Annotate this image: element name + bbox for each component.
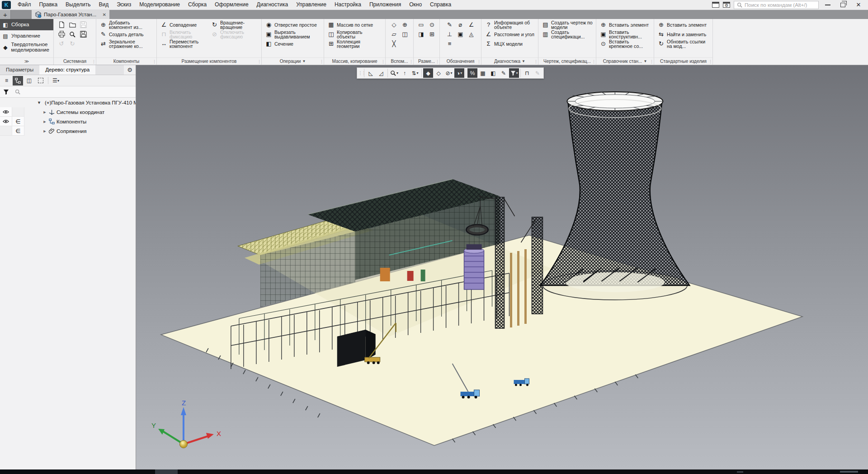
expand-caret-closed[interactable]: ►	[42, 129, 47, 133]
open-document-button[interactable]	[67, 20, 77, 29]
menu-select[interactable]: Выделить	[61, 0, 94, 9]
orientation-up-button[interactable]: ↑	[400, 68, 410, 78]
expand-caret-open[interactable]: ▼	[37, 100, 41, 105]
cut-extrude-button[interactable]: ▣ Вырезать выдавливанием	[264, 29, 321, 39]
menu-assembly[interactable]: Сборка	[184, 0, 211, 9]
panel-gear-icon[interactable]: ⚙	[124, 65, 136, 75]
command-search-input[interactable]	[745, 2, 816, 8]
cooling-tower[interactable]	[540, 92, 689, 300]
mass-properties-button[interactable]: Σ МЦХ модели	[484, 39, 536, 48]
section-view-button[interactable]: ◑▾	[454, 68, 464, 78]
distance-angle-button[interactable]: ∠ Расстояние и угол	[484, 29, 536, 39]
visibility-eye-icon[interactable]	[0, 117, 12, 126]
tree-filter-funnel-icon[interactable]	[0, 89, 12, 95]
create-drawing-button[interactable]: ▤ Создать чертеж по модели	[541, 20, 594, 29]
mode-solid-modeling[interactable]: ◆ Твердотельное моделирование	[0, 42, 53, 53]
section-label-components[interactable]: Компоненты⋮	[96, 57, 156, 65]
menu-settings[interactable]: Настройка	[330, 0, 365, 9]
designation-base-button[interactable]: ▣	[456, 30, 466, 38]
membership-icon[interactable]: ∈	[12, 126, 24, 136]
tree-search-input[interactable]	[23, 89, 136, 95]
menu-modeling[interactable]: Моделирование	[135, 0, 184, 9]
section-label-designations[interactable]: Обозначения⋮	[440, 57, 481, 65]
tab-tree-structure[interactable]: Дерево: структура	[39, 65, 95, 75]
construction-mode-button[interactable]: ⊓	[522, 68, 532, 78]
designation-mark-button[interactable]: ◬	[467, 30, 476, 38]
section-operation-button[interactable]: ◧ Сечение	[264, 39, 321, 48]
menu-diagnostics[interactable]: Диагностика	[253, 0, 292, 9]
tree-composition-button[interactable]: ◫	[24, 76, 34, 85]
3d-scene[interactable]: Z X Y	[136, 65, 868, 469]
find-replace-button[interactable]: ⇆ Найти и заменить	[656, 29, 710, 39]
wireframe-view-button[interactable]: ◇	[434, 68, 443, 78]
window-settings-icon[interactable]	[723, 2, 730, 8]
close-button[interactable]: ✕	[853, 0, 864, 9]
menu-view[interactable]: Вид	[94, 0, 113, 9]
mode-management[interactable]: ▤ Управление	[0, 30, 53, 42]
grid-array-button[interactable]: ▦ Массив по сетке	[326, 20, 383, 29]
copy-objects-button[interactable]: ◫ Копировать объекты	[326, 29, 383, 39]
save-as-button[interactable]	[78, 30, 88, 38]
add-component-button[interactable]: ⊕ Добавить компонент из...	[99, 20, 154, 29]
tree-row-mates[interactable]: ∈ ► Сопряжения	[0, 126, 136, 136]
section-label-operations[interactable]: Операции▼⋮	[262, 57, 324, 65]
section-label-standards-library[interactable]: Справочник стан...▼⋮	[596, 57, 654, 65]
dim-angular-button[interactable]: ◨	[416, 30, 426, 38]
tab-close-icon[interactable]: ✕	[103, 12, 106, 17]
menu-sketch[interactable]: Эскиз	[113, 0, 135, 9]
tree-structure-view-button[interactable]	[13, 76, 23, 85]
menu-edit[interactable]: Правка	[35, 0, 62, 9]
section-label-auxiliary[interactable]: Вспом...⋮	[386, 57, 413, 65]
view-corner-2-button[interactable]: ◿	[376, 68, 386, 78]
aux-plane-offset-button[interactable]: ▱	[389, 30, 399, 38]
section-label-system[interactable]: Системная⋮	[54, 57, 96, 65]
tree-sequence-view-button[interactable]: ≡	[1, 76, 12, 85]
aux-local-cs-button[interactable]: ◫	[400, 30, 410, 38]
model-appearance-button[interactable]: ◧	[488, 68, 498, 78]
restore-button[interactable]	[840, 3, 845, 7]
section-label-diagnostics[interactable]: Диагностика▼⋮	[481, 57, 538, 65]
insert-element-button[interactable]: ⊕ Вставить элемент	[599, 20, 651, 29]
mode-assembly[interactable]: ◧ Сборка	[0, 19, 53, 30]
print-preview-button[interactable]	[67, 30, 77, 38]
section-label-drawing-spec[interactable]: Чертеж, спецификац...⋮	[538, 57, 596, 65]
insert-fastener-button[interactable]: ⊙ Вставить крепежное со...	[599, 39, 651, 48]
taskbar-active-app[interactable]	[155, 469, 178, 474]
minimize-button[interactable]	[825, 5, 830, 5]
aux-spline-button[interactable]: ╳	[389, 39, 399, 48]
insert-constructive-button[interactable]: ▣ Вставить конструктивн...	[599, 29, 651, 39]
designation-leader-button[interactable]: ✎	[445, 20, 455, 29]
designation-diameter-button[interactable]: ⌀	[456, 20, 466, 29]
zoom-button[interactable]: ▾	[389, 68, 399, 78]
section-label-placement[interactable]: Размещение компонентов⋮	[157, 57, 261, 65]
filter-objects-button[interactable]: ▾	[509, 68, 519, 78]
geometry-collection-button[interactable]: ⊞ Коллекция геометрии	[326, 39, 383, 48]
coincidence-button[interactable]: ∠ Совпадение	[159, 20, 209, 29]
designation-angle-button[interactable]: ∠	[467, 20, 476, 29]
menu-applications[interactable]: Приложения	[365, 0, 405, 9]
menu-management[interactable]: Управление	[292, 0, 330, 9]
print-button[interactable]	[57, 30, 66, 38]
tree-row-coordinate-systems[interactable]: ► Системы координат	[0, 107, 136, 117]
designation-roughness-button[interactable]: ≡	[445, 39, 455, 48]
new-document-button[interactable]	[57, 20, 66, 29]
menu-file[interactable]: Файл	[14, 0, 35, 9]
tree-filters-button[interactable]: ☰ ▾	[51, 76, 61, 85]
ribbon-collapse-chevron[interactable]: ≫	[0, 57, 53, 65]
grid-display-button[interactable]: ▦	[478, 68, 488, 78]
move-component-button[interactable]: ↔ Переместить компонент	[159, 39, 209, 48]
dim-table-button[interactable]: ⊞	[427, 30, 437, 38]
lattice-tower[interactable]	[532, 217, 542, 314]
move-rotate-button[interactable]: ⇅▾	[410, 68, 420, 78]
section-label-dimensions[interactable]: Разме...⋮	[414, 57, 439, 65]
snap-percent-button[interactable]: %	[467, 68, 477, 78]
membership-icon[interactable]: ∈	[12, 117, 24, 126]
dim-radial-button[interactable]: ⊙	[427, 20, 437, 29]
command-search[interactable]	[734, 1, 819, 9]
section-label-standard-parts[interactable]: Стандартные изделия⋮	[654, 57, 712, 65]
expand-caret-closed[interactable]: ►	[42, 110, 47, 114]
taskbar-clock-area[interactable]	[840, 471, 858, 473]
menu-help[interactable]: Справка	[426, 0, 455, 9]
menu-annotation[interactable]: Оформление	[211, 0, 252, 9]
taskbar-item[interactable]	[737, 471, 743, 473]
